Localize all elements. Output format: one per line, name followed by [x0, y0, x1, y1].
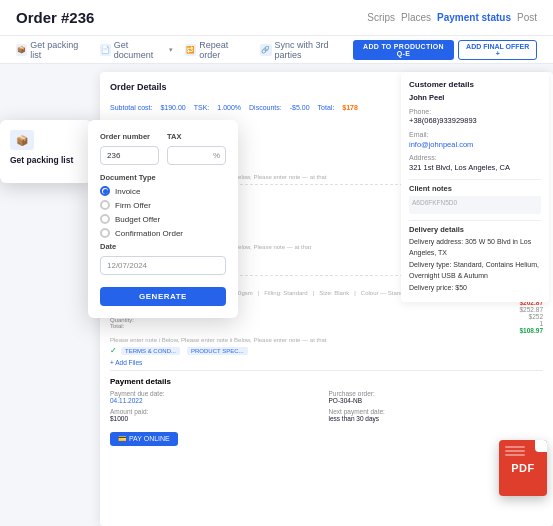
amount-value: $1000: [110, 415, 325, 422]
document-icon: 📄: [100, 44, 111, 56]
pdf-line-1: [505, 446, 525, 448]
main-content: Order Details Created: March 05, 2022 Up…: [0, 64, 553, 526]
tax-label: TAX: [167, 132, 226, 141]
get-packing-list-action[interactable]: 📦 Get packing list: [16, 40, 88, 60]
sync-action[interactable]: 🔗 Sync with 3rd parties: [260, 40, 352, 60]
email-value: info@johnpeal.com: [409, 140, 541, 151]
sync-label: Sync with 3rd parties: [275, 40, 353, 60]
packing-label: Get packing list: [30, 40, 87, 60]
generate-button[interactable]: GENERATE: [100, 287, 226, 306]
email-label: Email:: [409, 130, 541, 140]
customer-phone-field: Phone: +38(068)933929893: [409, 107, 541, 127]
purchase-label: Purchase order:: [329, 390, 544, 397]
pdf-label: PDF: [511, 462, 535, 474]
phone-label: Phone:: [409, 107, 541, 117]
address-value: 321 1st Blvd, Los Angeles, CA: [409, 163, 541, 174]
p3-notes: Please enter note i Below, Please enter …: [110, 337, 543, 343]
doc-type-label: Document Type: [100, 173, 226, 182]
client-notes-section: Client notes A6D6FKFN5D0: [409, 179, 541, 214]
notes-value: A6D6FKFN5D0: [412, 199, 457, 206]
repeat-label: Repeat order: [199, 40, 248, 60]
tax-value: 1.000%: [217, 104, 241, 111]
add-files-button[interactable]: + Add Files: [110, 359, 543, 366]
next-label: Next payment date:: [329, 408, 544, 415]
nav-places[interactable]: Places: [401, 12, 431, 23]
packing-popup: 📦 Get packing list: [0, 120, 92, 183]
radio-firm-offer[interactable]: Firm Offer: [100, 200, 226, 210]
payment-title: Payment details: [110, 377, 543, 386]
radio-confirmation-order-circle: [100, 228, 110, 238]
packing-popup-title: Get packing list: [10, 155, 82, 165]
packing-popup-icon: 📦: [10, 130, 34, 150]
payment-due: Payment due date: 04.11.2022: [110, 390, 325, 404]
action-bar-right: ADD TO PRODUCTION Q-E ADD FINAL OFFER +: [353, 40, 537, 60]
pdf-lines: [505, 446, 525, 458]
action-bar: 📦 Get packing list 📄 Get document ▾ 🔁 Re…: [0, 36, 553, 64]
repeat-order-action[interactable]: 🔁 Repeat order: [185, 40, 248, 60]
tax-input-wrapper: %: [167, 144, 226, 165]
tax-input[interactable]: [167, 146, 226, 165]
client-notes-title: Client notes: [409, 184, 541, 193]
repeat-icon: 🔁: [185, 44, 196, 56]
p3-total-label: Total:: [110, 323, 168, 329]
order-number-label: Order number: [100, 132, 159, 141]
page-title: Order #236: [16, 9, 94, 26]
due-value: 04.11.2022: [110, 397, 325, 404]
radio-budget-offer[interactable]: Budget Offer: [100, 214, 226, 224]
header-bar: Order #236 Scrips Places Payment status …: [0, 0, 553, 36]
order-number-input[interactable]: [100, 146, 159, 165]
nav-post[interactable]: Post: [517, 12, 537, 23]
discount-label: Discounts:: [249, 104, 282, 111]
add-final-offer-button[interactable]: ADD FINAL OFFER +: [458, 40, 537, 60]
customer-name-field: John Peel: [409, 93, 541, 104]
pay-online-button[interactable]: 💳 PAY ONLINE: [110, 432, 178, 446]
chevron-down-icon: ▾: [169, 46, 173, 54]
radio-budget-offer-label: Budget Offer: [115, 215, 160, 224]
payment-purchase: Purchase order: PO-304-NB: [329, 390, 544, 404]
add-production-button[interactable]: ADD TO PRODUCTION Q-E: [353, 40, 455, 60]
pdf-icon[interactable]: PDF: [499, 440, 547, 496]
file-tag-3[interactable]: TERMS & COND...: [121, 347, 180, 355]
delivery-price: Delivery price: $50: [409, 283, 541, 294]
nav-payment-status[interactable]: Payment status: [437, 12, 511, 23]
radio-invoice-label: Invoice: [115, 187, 140, 196]
date-input[interactable]: [100, 256, 226, 275]
due-label: Payment due date:: [110, 390, 325, 397]
address-label: Address:: [409, 153, 541, 163]
customer-title: Customer details: [409, 80, 541, 89]
order-detail-title: Order Details: [110, 82, 167, 92]
get-document-action[interactable]: 📄 Get document ▾: [100, 40, 174, 60]
discount-value: -$5.00: [290, 104, 310, 111]
radio-firm-offer-circle: [100, 200, 110, 210]
subtotal-value: $190.00: [160, 104, 185, 111]
packing-icon: 📦: [16, 44, 27, 56]
file-tag-4[interactable]: PRODUCT SPEC...: [187, 347, 248, 355]
delivery-title: Delivery details: [409, 225, 541, 234]
radio-invoice-circle: [100, 186, 110, 196]
document-popup: Order number TAX % Document Type Invoice: [88, 120, 238, 318]
delivery-address: Delivery address: 305 W 50 Blvd in Los A…: [409, 237, 541, 258]
p3-qty: 1: [503, 320, 543, 327]
radio-confirmation-order[interactable]: Confirmation Order: [100, 228, 226, 238]
customer-address-field: Address: 321 1st Blvd, Los Angeles, CA: [409, 153, 541, 173]
product-3-prices: $262.87 $252.87 $252 1 $108.97: [503, 299, 543, 334]
customer-name: John Peel: [409, 93, 541, 104]
customer-sidebar: Customer details John Peel Phone: +38(06…: [401, 72, 549, 302]
delivery-section: Delivery details Delivery address: 305 W…: [409, 220, 541, 294]
radio-invoice[interactable]: Invoice: [100, 186, 226, 196]
client-notes-box: A6D6FKFN5D0: [409, 196, 541, 214]
date-section: Date: [100, 242, 226, 285]
action-bar-left: 📦 Get packing list 📄 Get document ▾ 🔁 Re…: [16, 40, 353, 60]
customer-email-field: Email: info@johnpeal.com: [409, 130, 541, 150]
payment-next: Next payment date: less than 30 days: [329, 408, 544, 422]
purchase-value: PO-304-NB: [329, 397, 544, 404]
radio-budget-offer-circle: [100, 214, 110, 224]
p3-priority-price: $252: [503, 313, 543, 320]
doc-popup-fields-row: Order number TAX %: [100, 132, 226, 173]
amount-label: Amount paid:: [110, 408, 325, 415]
total-label: Total:: [318, 104, 335, 111]
payment-section: Payment details Payment due date: 04.11.…: [110, 370, 543, 446]
tax-field: TAX %: [167, 132, 226, 173]
nav-scrips[interactable]: Scrips: [367, 12, 395, 23]
phone-value: +38(068)933929893: [409, 116, 541, 127]
